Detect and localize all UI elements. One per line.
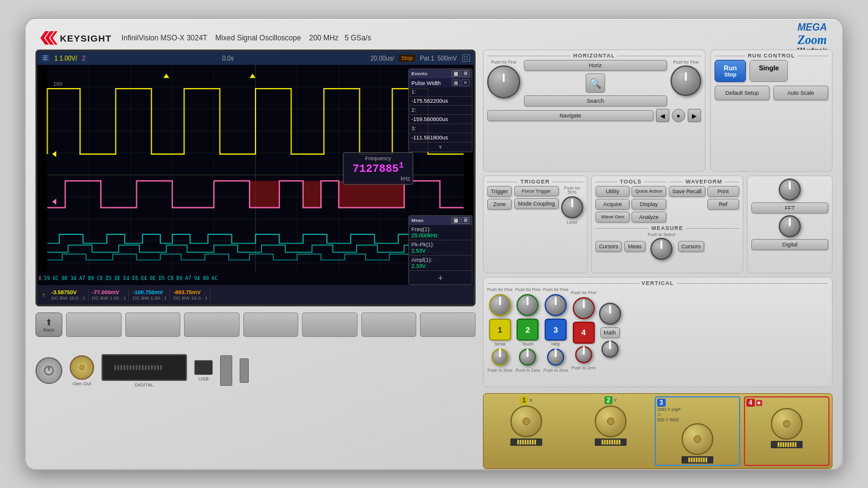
wave-gen-button[interactable]: Wave Gen	[595, 212, 630, 223]
horiz-button[interactable]: Horiz	[524, 60, 667, 71]
ch2-scale-knob[interactable]	[517, 294, 539, 316]
power-button[interactable]	[35, 357, 62, 384]
ch4-button[interactable]: 4	[573, 322, 595, 344]
ch1-position-knob[interactable]	[491, 349, 509, 366]
ch3-coupling: DC BW 1.00 : 1	[133, 295, 167, 301]
utility-button[interactable]: Utility	[595, 186, 630, 197]
softkey-2[interactable]	[125, 312, 181, 337]
single-button[interactable]: Single	[749, 60, 788, 82]
power-icon	[43, 364, 55, 377]
scroll-down-icon: ▼	[409, 142, 472, 152]
warning-icon: ⚠	[657, 412, 661, 417]
ch4-push-zero: Push to Zero	[572, 366, 596, 370]
panel-grid-icon[interactable]: ▦	[452, 70, 460, 77]
trigger-btns: Trigger Zone	[487, 186, 512, 224]
measure-tools: Tools Utility Quick Action Acquire Displ…	[595, 179, 666, 223]
horiz-main-knob-group: Push for Fine	[487, 60, 520, 100]
navigate-button[interactable]: Navigate	[487, 110, 653, 121]
horizontal-divider: Horizontal	[487, 53, 701, 59]
ch3-button[interactable]: 3	[545, 319, 567, 341]
ch2-position-knob[interactable]	[519, 349, 536, 366]
pw-close-icon[interactable]: ✕	[462, 79, 469, 86]
nav-left-btn[interactable]: ◀	[656, 109, 669, 122]
softkey-3[interactable]	[184, 312, 240, 337]
quick-action-button[interactable]: Quick Action	[631, 186, 666, 197]
search-button[interactable]: Search	[524, 95, 667, 106]
meas-button[interactable]: Meas	[624, 241, 645, 252]
ch1-pin-row	[510, 438, 542, 446]
cursors-button[interactable]: Cursors	[595, 241, 622, 252]
oscilloscope-body: KEYSIGHT InfiniiVision MSO-X 3024T Mixed…	[24, 18, 844, 470]
run-stop-button[interactable]: Run Stop	[715, 60, 746, 82]
panel-settings-icon[interactable]: ⚙	[462, 70, 469, 77]
horiz-delay-knob[interactable]	[671, 65, 701, 96]
default-setup-button[interactable]: Default Setup	[715, 86, 770, 100]
measure-cursors-row: Cursors Meas Push to Select Cursors	[595, 232, 739, 260]
ch1-scale-knob[interactable]	[489, 294, 511, 316]
acquire-button[interactable]: Acquire	[595, 199, 630, 210]
nav-right-btn[interactable]: ▶	[688, 109, 701, 122]
pulse-width-bar[interactable]: Pulse Width ▦ ✕	[409, 78, 472, 87]
display-button[interactable]: Display	[631, 199, 666, 210]
math-position-knob[interactable]	[601, 341, 619, 358]
auto-scale-button[interactable]: Auto Scale	[773, 86, 828, 100]
gen-out-group: Gen Out	[70, 355, 94, 386]
back-button[interactable]: ⬆ Back	[35, 312, 62, 337]
time-div: 20.00us/	[370, 55, 394, 62]
softkey-5[interactable]	[302, 312, 358, 337]
softkey-4[interactable]	[243, 312, 299, 337]
softkey-6[interactable]	[361, 312, 417, 337]
ch1-button[interactable]: 1	[489, 319, 511, 341]
add-measurement-btn[interactable]: +	[409, 271, 472, 284]
zoom-button[interactable]: 🔍	[586, 73, 605, 93]
print-button[interactable]: Print	[707, 186, 740, 197]
ref-button[interactable]: Ref	[707, 199, 740, 210]
measure-select-knob[interactable]	[650, 238, 672, 260]
math-button[interactable]: Math	[600, 327, 620, 338]
digital-knob-group	[779, 215, 801, 237]
m-left-line	[595, 228, 649, 229]
mode-coupling-button[interactable]: Mode Coupling	[514, 198, 559, 209]
ch2-button[interactable]: 2	[517, 319, 539, 341]
trigger-level-knob[interactable]	[561, 196, 583, 218]
ch1-push-zero: Push to Zero	[488, 368, 512, 372]
horiz-delay-knob-group: Push for Fine	[671, 60, 701, 96]
digital-port-group: DIGITAL	[101, 354, 187, 388]
force-trigger-button[interactable]: Force Trigger	[514, 186, 559, 196]
meas-panel-header: Meas ▦ ⚙	[409, 216, 472, 225]
digital-button[interactable]: Digital	[751, 239, 828, 250]
trigger-button[interactable]: Trigger	[487, 186, 512, 197]
measurements-panel: Meas ▦ ⚙ Freq(1): 25.000kHz Pk-Pk(1): 2.…	[408, 215, 473, 285]
ch4-scale-knob[interactable]	[573, 297, 595, 319]
digital-port	[101, 354, 187, 381]
math-vert-group: Math	[599, 303, 621, 358]
event-row-2: 2:	[409, 106, 472, 115]
ch2-vert-group: Push for Fine 2 Touch Push to Zero	[515, 287, 541, 372]
fft-knob[interactable]	[779, 179, 801, 201]
impedance-label: 1MΩ ≡ 14pF	[657, 407, 681, 412]
horiz-timebase-knob[interactable]	[487, 65, 520, 98]
ch3-label-area: 3 1MΩ ≡ 14pF ⚠ 300 V RMS	[657, 399, 738, 422]
ch1-label-row: 1 X	[520, 396, 533, 404]
ch2-label-row: 2 Y	[605, 396, 617, 404]
measure-knob-group: Push to Select	[648, 232, 675, 260]
digital-knob[interactable]	[779, 215, 801, 237]
math-knob[interactable]	[599, 303, 621, 325]
fft-button[interactable]: FFT	[751, 202, 828, 213]
softkey-7[interactable]	[420, 312, 476, 337]
save-recall-button[interactable]: Save Recall	[669, 186, 705, 197]
ch2-connector-group: 2 Y	[570, 396, 651, 466]
ch3-scale-knob[interactable]	[545, 294, 567, 316]
zone-button[interactable]: Zone	[487, 199, 512, 210]
softkey-1[interactable]	[66, 312, 122, 337]
ch2-y-label: Y	[614, 397, 617, 403]
tools-btn-grid: Utility Quick Action Acquire Display Wav…	[595, 186, 666, 223]
nav-stop-btn[interactable]: ■	[672, 109, 685, 122]
ch4-pin-row	[771, 441, 803, 448]
run-control-section: Run Control Run Stop Single Default Setu…	[710, 50, 833, 172]
ch4-position-knob[interactable]	[575, 346, 592, 363]
analyze-button[interactable]: Analyze	[631, 212, 666, 223]
ch1-bnc-center	[523, 418, 530, 425]
cursors2-button[interactable]: Cursors	[678, 241, 705, 252]
ch3-position-knob[interactable]	[547, 349, 564, 366]
